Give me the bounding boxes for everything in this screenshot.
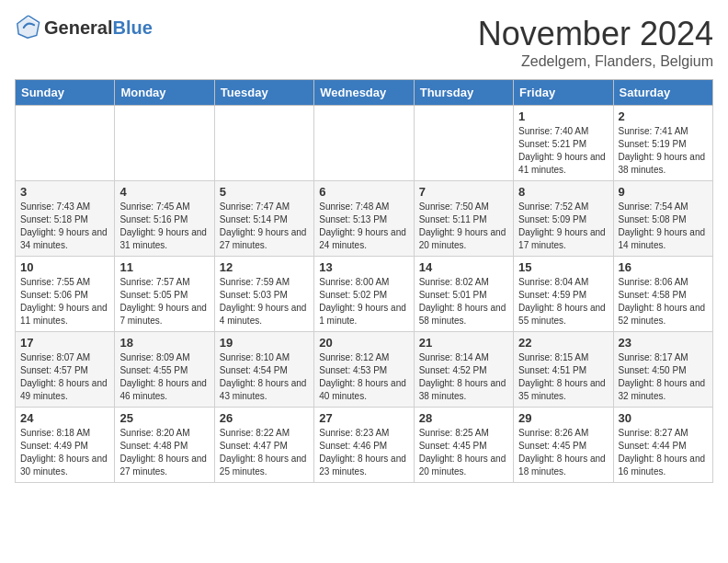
calendar: SundayMondayTuesdayWednesdayThursdayFrid… bbox=[15, 79, 713, 483]
day-number: 2 bbox=[619, 109, 708, 123]
calendar-cell: 12Sunrise: 7:59 AM Sunset: 5:03 PM Dayli… bbox=[214, 257, 313, 332]
day-info: Sunrise: 8:23 AM Sunset: 4:46 PM Dayligh… bbox=[319, 427, 408, 478]
calendar-cell: 8Sunrise: 7:52 AM Sunset: 5:09 PM Daylig… bbox=[514, 181, 613, 257]
day-number: 22 bbox=[518, 336, 608, 350]
day-info: Sunrise: 8:14 AM Sunset: 4:52 PM Dayligh… bbox=[419, 351, 508, 403]
calendar-cell: 28Sunrise: 8:25 AM Sunset: 4:45 PM Dayli… bbox=[414, 408, 513, 483]
day-number: 8 bbox=[518, 185, 608, 199]
calendar-cell: 11Sunrise: 7:57 AM Sunset: 5:05 PM Dayli… bbox=[115, 257, 214, 332]
day-info: Sunrise: 8:20 AM Sunset: 4:48 PM Dayligh… bbox=[119, 427, 209, 478]
month-title: November 2024 bbox=[478, 15, 713, 53]
day-number: 12 bbox=[220, 260, 309, 274]
day-info: Sunrise: 8:22 AM Sunset: 4:47 PM Dayligh… bbox=[220, 427, 309, 478]
day-number: 26 bbox=[220, 411, 309, 425]
col-header-saturday: Saturday bbox=[613, 80, 712, 106]
calendar-week-0: 1Sunrise: 7:40 AM Sunset: 5:21 PM Daylig… bbox=[16, 106, 713, 181]
col-header-sunday: Sunday bbox=[16, 80, 115, 106]
header: GeneralBlue November 2024 Zedelgem, Flan… bbox=[15, 15, 713, 70]
calendar-cell bbox=[115, 106, 214, 181]
calendar-week-2: 10Sunrise: 7:55 AM Sunset: 5:06 PM Dayli… bbox=[16, 257, 713, 332]
day-info: Sunrise: 8:26 AM Sunset: 4:45 PM Dayligh… bbox=[518, 427, 608, 478]
col-header-friday: Friday bbox=[514, 80, 613, 106]
calendar-cell: 17Sunrise: 8:07 AM Sunset: 4:57 PM Dayli… bbox=[16, 332, 115, 408]
day-info: Sunrise: 8:00 AM Sunset: 5:02 PM Dayligh… bbox=[319, 276, 408, 327]
calendar-cell: 14Sunrise: 8:02 AM Sunset: 5:01 PM Dayli… bbox=[414, 257, 513, 332]
day-number: 14 bbox=[419, 260, 508, 274]
day-info: Sunrise: 8:18 AM Sunset: 4:49 PM Dayligh… bbox=[20, 427, 109, 478]
calendar-cell bbox=[414, 106, 513, 181]
calendar-cell: 29Sunrise: 8:26 AM Sunset: 4:45 PM Dayli… bbox=[514, 408, 613, 483]
day-number: 25 bbox=[119, 411, 209, 425]
day-number: 29 bbox=[518, 411, 608, 425]
day-info: Sunrise: 8:25 AM Sunset: 4:45 PM Dayligh… bbox=[419, 427, 508, 478]
calendar-cell: 30Sunrise: 8:27 AM Sunset: 4:44 PM Dayli… bbox=[613, 408, 712, 483]
calendar-cell: 9Sunrise: 7:54 AM Sunset: 5:08 PM Daylig… bbox=[613, 181, 712, 257]
col-header-monday: Monday bbox=[115, 80, 214, 106]
day-number: 17 bbox=[20, 336, 109, 350]
calendar-cell bbox=[314, 106, 414, 181]
day-number: 9 bbox=[619, 185, 708, 199]
calendar-cell: 27Sunrise: 8:23 AM Sunset: 4:46 PM Dayli… bbox=[314, 408, 414, 483]
day-number: 4 bbox=[119, 185, 209, 199]
calendar-cell: 3Sunrise: 7:43 AM Sunset: 5:18 PM Daylig… bbox=[16, 181, 115, 257]
calendar-cell: 25Sunrise: 8:20 AM Sunset: 4:48 PM Dayli… bbox=[115, 408, 214, 483]
calendar-cell: 5Sunrise: 7:47 AM Sunset: 5:14 PM Daylig… bbox=[214, 181, 313, 257]
calendar-cell: 6Sunrise: 7:48 AM Sunset: 5:13 PM Daylig… bbox=[314, 181, 414, 257]
day-info: Sunrise: 7:47 AM Sunset: 5:14 PM Dayligh… bbox=[220, 201, 309, 252]
logo: GeneralBlue bbox=[15, 15, 153, 40]
calendar-cell: 26Sunrise: 8:22 AM Sunset: 4:47 PM Dayli… bbox=[214, 408, 313, 483]
day-number: 13 bbox=[319, 260, 408, 274]
day-number: 24 bbox=[20, 411, 109, 425]
day-info: Sunrise: 8:27 AM Sunset: 4:44 PM Dayligh… bbox=[619, 427, 708, 478]
logo-general: General bbox=[44, 17, 112, 38]
day-info: Sunrise: 7:48 AM Sunset: 5:13 PM Dayligh… bbox=[319, 201, 408, 252]
calendar-cell: 22Sunrise: 8:15 AM Sunset: 4:51 PM Dayli… bbox=[514, 332, 613, 408]
day-info: Sunrise: 7:55 AM Sunset: 5:06 PM Dayligh… bbox=[20, 276, 109, 327]
day-info: Sunrise: 8:09 AM Sunset: 4:55 PM Dayligh… bbox=[119, 351, 209, 403]
day-info: Sunrise: 7:41 AM Sunset: 5:19 PM Dayligh… bbox=[619, 125, 708, 177]
day-number: 3 bbox=[20, 185, 109, 199]
logo-icon bbox=[15, 15, 40, 40]
calendar-cell: 10Sunrise: 7:55 AM Sunset: 5:06 PM Dayli… bbox=[16, 257, 115, 332]
calendar-cell: 1Sunrise: 7:40 AM Sunset: 5:21 PM Daylig… bbox=[514, 106, 613, 181]
day-number: 19 bbox=[220, 336, 309, 350]
day-info: Sunrise: 7:52 AM Sunset: 5:09 PM Dayligh… bbox=[518, 201, 608, 252]
day-number: 23 bbox=[619, 336, 708, 350]
day-number: 5 bbox=[220, 185, 309, 199]
day-number: 27 bbox=[319, 411, 408, 425]
day-info: Sunrise: 7:40 AM Sunset: 5:21 PM Dayligh… bbox=[518, 125, 608, 177]
calendar-cell bbox=[16, 106, 115, 181]
calendar-week-1: 3Sunrise: 7:43 AM Sunset: 5:18 PM Daylig… bbox=[16, 181, 713, 257]
calendar-cell: 23Sunrise: 8:17 AM Sunset: 4:50 PM Dayli… bbox=[613, 332, 712, 408]
day-number: 15 bbox=[518, 260, 608, 274]
day-info: Sunrise: 8:04 AM Sunset: 4:59 PM Dayligh… bbox=[518, 276, 608, 327]
day-info: Sunrise: 7:45 AM Sunset: 5:16 PM Dayligh… bbox=[119, 201, 209, 252]
calendar-week-4: 24Sunrise: 8:18 AM Sunset: 4:49 PM Dayli… bbox=[16, 408, 713, 483]
day-number: 1 bbox=[518, 109, 608, 123]
day-info: Sunrise: 8:10 AM Sunset: 4:54 PM Dayligh… bbox=[220, 351, 309, 403]
day-info: Sunrise: 8:15 AM Sunset: 4:51 PM Dayligh… bbox=[518, 351, 608, 403]
calendar-cell: 2Sunrise: 7:41 AM Sunset: 5:19 PM Daylig… bbox=[613, 106, 712, 181]
calendar-cell: 19Sunrise: 8:10 AM Sunset: 4:54 PM Dayli… bbox=[214, 332, 313, 408]
calendar-cell: 24Sunrise: 8:18 AM Sunset: 4:49 PM Dayli… bbox=[16, 408, 115, 483]
day-info: Sunrise: 7:57 AM Sunset: 5:05 PM Dayligh… bbox=[119, 276, 209, 327]
calendar-cell: 7Sunrise: 7:50 AM Sunset: 5:11 PM Daylig… bbox=[414, 181, 513, 257]
calendar-cell: 15Sunrise: 8:04 AM Sunset: 4:59 PM Dayli… bbox=[514, 257, 613, 332]
location-title: Zedelgem, Flanders, Belgium bbox=[478, 53, 713, 70]
day-info: Sunrise: 7:54 AM Sunset: 5:08 PM Dayligh… bbox=[619, 201, 708, 252]
day-number: 6 bbox=[319, 185, 408, 199]
day-info: Sunrise: 7:59 AM Sunset: 5:03 PM Dayligh… bbox=[220, 276, 309, 327]
col-header-tuesday: Tuesday bbox=[214, 80, 313, 106]
logo-text: GeneralBlue bbox=[44, 17, 153, 39]
day-number: 20 bbox=[319, 336, 408, 350]
col-header-wednesday: Wednesday bbox=[314, 80, 414, 106]
calendar-cell: 13Sunrise: 8:00 AM Sunset: 5:02 PM Dayli… bbox=[314, 257, 414, 332]
calendar-cell bbox=[214, 106, 313, 181]
day-number: 28 bbox=[419, 411, 508, 425]
calendar-week-3: 17Sunrise: 8:07 AM Sunset: 4:57 PM Dayli… bbox=[16, 332, 713, 408]
day-number: 7 bbox=[419, 185, 508, 199]
day-info: Sunrise: 7:43 AM Sunset: 5:18 PM Dayligh… bbox=[20, 201, 109, 252]
day-number: 18 bbox=[119, 336, 209, 350]
day-number: 16 bbox=[619, 260, 708, 274]
calendar-header-row: SundayMondayTuesdayWednesdayThursdayFrid… bbox=[16, 80, 713, 106]
